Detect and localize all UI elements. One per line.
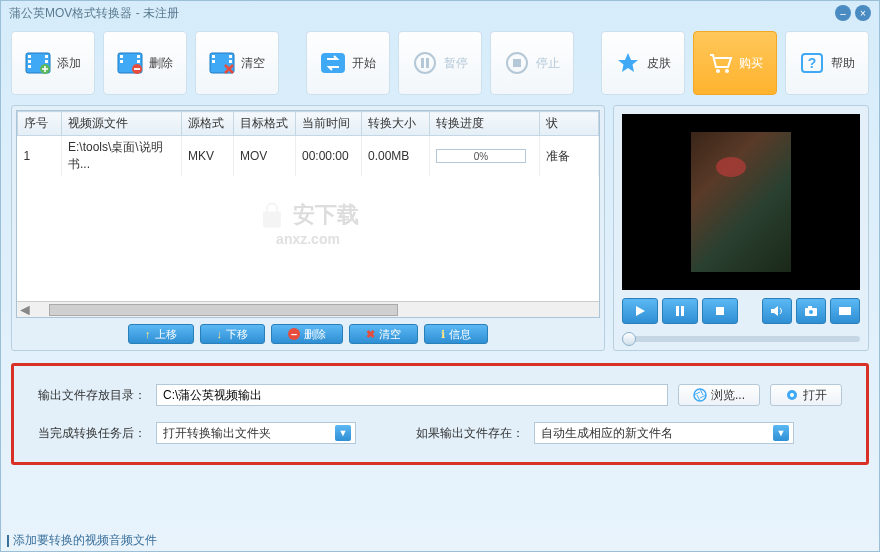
- col-size[interactable]: 转换大小: [362, 112, 430, 136]
- svg-rect-22: [426, 58, 429, 68]
- preview-panel: [613, 105, 869, 351]
- stop-icon: [504, 52, 530, 74]
- player-pause-button[interactable]: [662, 298, 698, 324]
- svg-point-34: [809, 310, 813, 314]
- col-source[interactable]: 视频源文件: [62, 112, 182, 136]
- col-seq[interactable]: 序号: [18, 112, 62, 136]
- close-button[interactable]: ×: [855, 5, 871, 21]
- stop-label: 停止: [536, 55, 560, 72]
- svg-rect-3: [28, 65, 31, 68]
- fullscreen-button[interactable]: [830, 298, 860, 324]
- x-icon: ✖: [366, 328, 375, 341]
- move-up-button[interactable]: ↑上移: [128, 324, 194, 344]
- horizontal-scrollbar[interactable]: ◄: [17, 301, 599, 317]
- svg-rect-10: [120, 60, 123, 63]
- cell-seq: 1: [18, 136, 62, 177]
- svg-rect-21: [421, 58, 424, 68]
- help-icon: ?: [799, 52, 825, 74]
- file-list-panel: 序号 视频源文件 源格式 目标格式 当前时间 转换大小 转换进度 状 1: [11, 105, 605, 351]
- star-icon: [615, 52, 641, 74]
- cell-progress: 0%: [430, 136, 540, 177]
- info-icon: ℹ: [441, 328, 445, 341]
- move-down-button[interactable]: ↓下移: [200, 324, 266, 344]
- svg-rect-17: [229, 55, 232, 58]
- svg-rect-30: [676, 306, 679, 316]
- volume-button[interactable]: [762, 298, 792, 324]
- chevron-down-icon: ▼: [335, 425, 351, 441]
- play-button[interactable]: [622, 298, 658, 324]
- svg-point-26: [725, 69, 729, 73]
- toolbar: 添加 删除 清空 开始 暂停: [1, 25, 879, 101]
- table-header-row: 序号 视频源文件 源格式 目标格式 当前时间 转换大小 转换进度 状: [18, 112, 599, 136]
- table-row[interactable]: 1 E:\tools\桌面\说明书... MKV MOV 00:00:00 0.…: [18, 136, 599, 177]
- skin-button[interactable]: 皮肤: [601, 31, 685, 95]
- minimize-button[interactable]: –: [835, 5, 851, 21]
- svg-point-20: [415, 53, 435, 73]
- up-arrow-icon: ↑: [145, 328, 151, 340]
- list-clear-button[interactable]: ✖清空: [349, 324, 418, 344]
- svg-point-25: [716, 69, 720, 73]
- svg-point-37: [694, 389, 706, 401]
- window-title: 蒲公英MOV格式转换器 - 未注册: [9, 5, 179, 22]
- slider-thumb[interactable]: [622, 332, 636, 346]
- info-button[interactable]: ℹ信息: [424, 324, 488, 344]
- main-area: 序号 视频源文件 源格式 目标格式 当前时间 转换大小 转换进度 状 1: [1, 101, 879, 355]
- film-clear-icon: [209, 52, 235, 74]
- delete-button[interactable]: 删除: [103, 31, 187, 95]
- stop-button[interactable]: 停止: [490, 31, 574, 95]
- start-button[interactable]: 开始: [306, 31, 390, 95]
- pause-button[interactable]: 暂停: [398, 31, 482, 95]
- after-task-select[interactable]: 打开转换输出文件夹 ▼: [156, 422, 356, 444]
- title-controls: – ×: [835, 5, 871, 21]
- clear-button[interactable]: 清空: [195, 31, 279, 95]
- titlebar: 蒲公英MOV格式转换器 - 未注册 – ×: [1, 1, 879, 25]
- cell-status: 准备: [540, 136, 599, 177]
- svg-rect-19: [321, 53, 345, 73]
- pause-icon: [412, 52, 438, 74]
- svg-rect-32: [716, 307, 724, 315]
- svg-rect-5: [45, 60, 48, 63]
- svg-rect-31: [681, 306, 684, 316]
- col-dstfmt[interactable]: 目标格式: [234, 112, 296, 136]
- help-button[interactable]: ? 帮助: [785, 31, 869, 95]
- list-delete-button[interactable]: –删除: [271, 324, 343, 344]
- browse-button[interactable]: 浏览...: [678, 384, 760, 406]
- svg-text:?: ?: [808, 55, 817, 71]
- clear-label: 清空: [241, 55, 265, 72]
- svg-rect-15: [212, 55, 215, 58]
- gear-icon: [785, 388, 799, 402]
- file-table: 序号 视频源文件 源格式 目标格式 当前时间 转换大小 转换进度 状 1: [16, 110, 600, 318]
- svg-rect-24: [513, 59, 521, 67]
- preview-thumbnail: [691, 132, 791, 272]
- output-dir-input[interactable]: [156, 384, 668, 406]
- film-add-icon: [25, 52, 51, 74]
- col-status[interactable]: 状: [540, 112, 599, 136]
- file-exists-select[interactable]: 自动生成相应的新文件名 ▼: [534, 422, 794, 444]
- buy-button[interactable]: 购买: [693, 31, 777, 95]
- list-actions: ↑上移 ↓下移 –删除 ✖清空 ℹ信息: [16, 318, 600, 346]
- svg-rect-12: [137, 60, 140, 63]
- svg-point-39: [790, 393, 794, 397]
- player-controls: [622, 298, 860, 324]
- film-remove-icon: [117, 52, 143, 74]
- player-stop-button[interactable]: [702, 298, 738, 324]
- seek-slider[interactable]: [622, 336, 860, 342]
- cart-icon: [707, 52, 733, 74]
- open-button[interactable]: 打开: [770, 384, 842, 406]
- cell-srcfmt: MKV: [182, 136, 234, 177]
- video-preview: [622, 114, 860, 290]
- add-button[interactable]: 添加: [11, 31, 95, 95]
- svg-rect-4: [45, 55, 48, 58]
- progress-bar: 0%: [436, 149, 526, 163]
- scrollbar-thumb[interactable]: [49, 304, 398, 316]
- svg-rect-11: [137, 55, 140, 58]
- svg-rect-1: [28, 55, 31, 58]
- buy-label: 购买: [739, 55, 763, 72]
- snapshot-button[interactable]: [796, 298, 826, 324]
- file-exists-label: 如果输出文件存在：: [416, 425, 524, 442]
- col-time[interactable]: 当前时间: [296, 112, 362, 136]
- col-srcfmt[interactable]: 源格式: [182, 112, 234, 136]
- svg-rect-2: [28, 60, 31, 63]
- app-window: 蒲公英MOV格式转换器 - 未注册 – × 添加 删除 清空: [0, 0, 880, 552]
- col-progress[interactable]: 转换进度: [430, 112, 540, 136]
